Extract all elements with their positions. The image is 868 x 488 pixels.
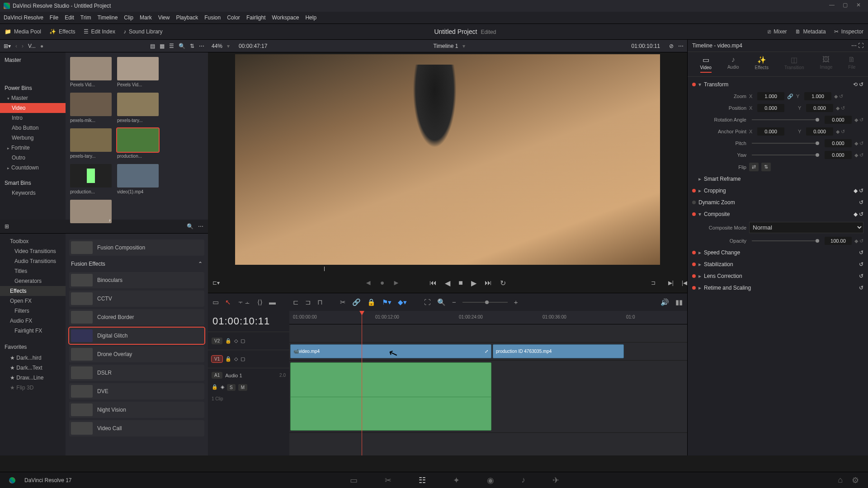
- track-v2-header[interactable]: V2 🔒 ◇ ▢: [208, 332, 289, 350]
- fx-toolbox[interactable]: Toolbox: [0, 236, 66, 246]
- page-fairlight[interactable]: ♪: [521, 475, 525, 485]
- prev-edit-icon[interactable]: ◄: [365, 279, 372, 287]
- keyframe-icon[interactable]: ◆ ↺: [836, 105, 845, 111]
- page-edit[interactable]: ☷: [419, 475, 426, 485]
- tab-file[interactable]: 🗎File: [848, 56, 855, 73]
- speed-header[interactable]: ▸Speed Change↺: [692, 247, 863, 258]
- mark-in-icon[interactable]: ⊏▾: [212, 280, 220, 286]
- fx-titles[interactable]: Titles: [0, 266, 66, 276]
- bin-master[interactable]: Master: [0, 55, 66, 65]
- zoom-out-icon[interactable]: −: [452, 298, 456, 306]
- composite-header[interactable]: ▾Composite◆ ↺: [692, 208, 863, 220]
- close-icon[interactable]: ✕: [856, 2, 864, 10]
- menu-trim[interactable]: Trim: [80, 14, 91, 21]
- menu-mark[interactable]: Mark: [140, 14, 152, 21]
- rotation-input[interactable]: [825, 116, 852, 124]
- page-color[interactable]: ◉: [487, 475, 494, 485]
- view-list-icon[interactable]: ▤: [150, 43, 155, 49]
- stab-header[interactable]: ▸Stabilization↺: [692, 258, 863, 270]
- fx-item-digital-glitch[interactable]: Digital Glitch: [69, 328, 204, 344]
- media-pool-button[interactable]: 📁 Media Pool: [5, 28, 41, 35]
- menu-edit[interactable]: Edit: [65, 14, 74, 21]
- inspector-more-icon[interactable]: ⋯ ⛶: [851, 42, 863, 49]
- mute-button[interactable]: M: [238, 384, 247, 391]
- flag-icon[interactable]: ⚑▾: [382, 298, 392, 306]
- viewer-canvas[interactable]: [235, 54, 660, 265]
- lock-icon[interactable]: 🔒: [225, 338, 231, 344]
- tab-video[interactable]: ▭Video: [700, 56, 712, 73]
- search-icon[interactable]: 🔍: [179, 43, 185, 49]
- track-a1-header[interactable]: A1 Audio 1 2.0 🔒 ◈ S M 1 Clip: [208, 368, 289, 440]
- audio-mute-icon[interactable]: 🔊: [660, 298, 669, 306]
- keyframe-icon[interactable]: ◆ ↺: [854, 152, 863, 158]
- viewer-playhead[interactable]: [324, 267, 325, 271]
- keyframe-icon[interactable]: ◆ ↺: [854, 117, 863, 123]
- keyframe-icon[interactable]: ◆ ↺: [854, 141, 863, 146]
- inspector-button[interactable]: ✂ Inspector: [834, 28, 863, 35]
- anchor-y-input[interactable]: [806, 127, 833, 136]
- menu-clip[interactable]: Clip: [124, 14, 133, 21]
- zoom-slider[interactable]: [462, 302, 508, 303]
- solo-button[interactable]: S: [227, 384, 236, 391]
- home-icon[interactable]: ⌂: [838, 475, 843, 485]
- pos-x-input[interactable]: [757, 104, 784, 112]
- track-v1-header[interactable]: V1 🔒 ◇ ▢: [208, 350, 289, 368]
- play-icon[interactable]: ▶: [471, 279, 476, 287]
- replace-icon[interactable]: ⊓: [317, 298, 323, 306]
- fx-item[interactable]: Night Vision: [69, 402, 204, 418]
- disable-icon[interactable]: ▢: [241, 338, 245, 344]
- keyframe-icon[interactable]: ◆ ↺: [834, 94, 843, 99]
- prev-clip-icon[interactable]: |◀: [682, 280, 687, 286]
- clip-thumb[interactable]: video(1).mp4: [117, 164, 159, 194]
- fx-item[interactable]: DVE: [69, 383, 204, 399]
- track-v1[interactable]: 📹 video.mp4⤢ production ID 4763035.mp4: [289, 343, 687, 361]
- flip-v-button[interactable]: ⇅: [761, 163, 771, 171]
- anchor-x-input[interactable]: [757, 127, 784, 136]
- menu-file[interactable]: File: [50, 14, 58, 21]
- viewer-zoom[interactable]: 44%: [212, 43, 222, 49]
- clip-thumb[interactable]: production...: [117, 128, 159, 159]
- tab-transition[interactable]: ◫Transition: [784, 56, 804, 73]
- marker-icon[interactable]: ◆▾: [398, 298, 407, 306]
- clip-thumb[interactable]: pexels-tary...: [117, 93, 159, 123]
- fx-item[interactable]: Video Call: [69, 420, 204, 436]
- menu-color[interactable]: Color: [227, 14, 240, 21]
- blade-icon[interactable]: ✂: [340, 298, 346, 306]
- bin-video[interactable]: Video: [0, 103, 66, 113]
- viewer-more-icon[interactable]: ⋯: [678, 43, 684, 49]
- menu-fusion[interactable]: Fusion: [204, 14, 221, 21]
- link-icon[interactable]: 🔗: [787, 94, 793, 99]
- fx-audiofx[interactable]: Audio FX: [0, 316, 66, 326]
- mixer-button[interactable]: ⎚ Mixer: [768, 28, 787, 35]
- blade-tool-icon[interactable]: ▬: [269, 298, 276, 306]
- bin-intro[interactable]: Intro: [0, 113, 66, 123]
- composite-mode-select[interactable]: Normal: [749, 222, 863, 233]
- fx-effects[interactable]: Effects: [0, 286, 66, 296]
- dynamic-trim-icon[interactable]: ⟨⟩: [257, 298, 263, 306]
- tab-effects[interactable]: ✨Effects: [755, 56, 769, 73]
- retime-header[interactable]: ▸Retime and Scaling↺: [692, 282, 863, 294]
- yaw-slider[interactable]: [752, 155, 819, 155]
- sound-library-button[interactable]: ♪ Sound Library: [123, 28, 163, 35]
- menu-fairlight[interactable]: Fairlight: [246, 14, 266, 21]
- bin-outro[interactable]: Outro: [0, 153, 66, 163]
- bin-master-power[interactable]: Master: [0, 93, 66, 103]
- dynzoom-header[interactable]: Dynamic Zoom↺: [692, 197, 863, 208]
- settings-icon[interactable]: ⚙: [852, 475, 859, 485]
- fx-item[interactable]: Drone Overlay: [69, 346, 204, 362]
- edit-index-button[interactable]: ☰ Edit Index: [84, 28, 115, 35]
- timeline-tracks[interactable]: 01:00:00:00 01:00:12:00 01:00:24:00 01:0…: [289, 311, 687, 455]
- pos-y-input[interactable]: [806, 104, 833, 112]
- tab-audio[interactable]: ♪Audio: [727, 56, 739, 73]
- effects-button[interactable]: ✨ Effects: [49, 28, 75, 35]
- cropping-header[interactable]: ▸Cropping◆ ↺: [692, 185, 863, 197]
- viewer-timeline-name[interactable]: Timeline 1: [434, 43, 458, 49]
- autoselect-icon[interactable]: ◇: [234, 338, 238, 344]
- play-toggle-icon[interactable]: ●: [380, 279, 385, 287]
- bypass-icon[interactable]: ⊘: [669, 43, 674, 49]
- minimize-icon[interactable]: —: [829, 2, 837, 10]
- dim-icon[interactable]: ▮▮: [675, 298, 683, 306]
- next-edit-icon[interactable]: ►: [392, 279, 400, 287]
- opacity-slider[interactable]: .slider:last-of-type::after{left:95%}: [752, 240, 819, 241]
- trim-tool-icon[interactable]: ⫟⫠: [237, 298, 251, 306]
